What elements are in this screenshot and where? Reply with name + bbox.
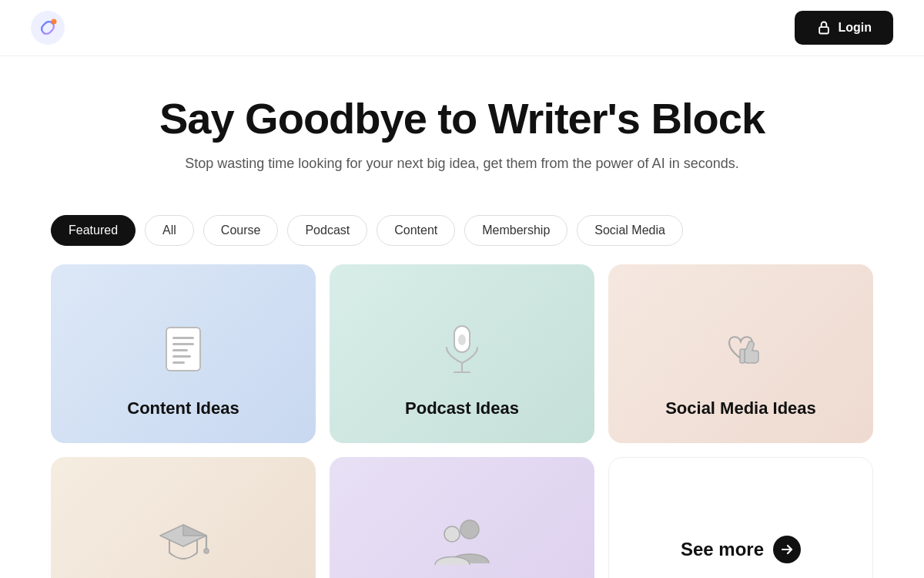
logo-icon xyxy=(31,11,65,45)
tab-membership[interactable]: Membership xyxy=(464,215,567,246)
svg-rect-13 xyxy=(740,349,745,363)
see-more-label: See more xyxy=(681,539,764,560)
tab-social-media[interactable]: Social Media xyxy=(577,215,683,246)
svg-point-12 xyxy=(458,334,466,345)
svg-rect-2 xyxy=(820,27,829,33)
content-ideas-icon xyxy=(152,318,214,380)
card-membership-site-ideas[interactable]: Membership Site Ideas xyxy=(330,457,594,578)
hero-section: Say Goodbye to Writer's Block Stop wasti… xyxy=(0,56,924,197)
svg-rect-5 xyxy=(172,343,194,345)
hero-subtitle: Stop wasting time looking for your next … xyxy=(31,156,893,172)
cards-grid: Content Ideas Podcast Ideas Social xyxy=(0,264,924,578)
tab-all[interactable]: All xyxy=(145,215,194,246)
card-podcast-ideas[interactable]: Podcast Ideas xyxy=(330,264,594,443)
header: Login xyxy=(0,0,924,56)
svg-point-17 xyxy=(204,549,209,553)
svg-point-0 xyxy=(31,11,65,45)
svg-rect-8 xyxy=(172,361,185,364)
social-media-ideas-label: Social Media Ideas xyxy=(665,398,816,418)
svg-rect-7 xyxy=(172,355,191,358)
tab-featured[interactable]: Featured xyxy=(51,215,136,246)
lock-icon xyxy=(816,20,832,35)
podcast-ideas-label: Podcast Ideas xyxy=(405,398,519,418)
login-button[interactable]: Login xyxy=(795,11,893,45)
see-more-arrow xyxy=(773,536,801,563)
login-label: Login xyxy=(838,21,872,35)
card-digital-course-ideas[interactable]: Digital Course Ideas xyxy=(51,457,316,578)
card-see-more[interactable]: See more xyxy=(608,457,873,578)
card-content-ideas[interactable]: Content Ideas xyxy=(51,264,316,443)
svg-point-18 xyxy=(460,520,479,539)
arrow-right-icon xyxy=(780,543,794,556)
logo[interactable] xyxy=(31,11,65,45)
svg-rect-4 xyxy=(172,337,194,339)
digital-course-ideas-icon xyxy=(152,511,214,573)
content-ideas-label: Content Ideas xyxy=(127,398,239,418)
social-media-ideas-icon xyxy=(706,318,775,380)
see-more-content: See more xyxy=(681,536,801,563)
svg-marker-15 xyxy=(183,525,206,536)
tab-podcast[interactable]: Podcast xyxy=(287,215,367,246)
svg-point-1 xyxy=(52,19,57,25)
svg-rect-6 xyxy=(172,349,188,351)
card-social-media-ideas[interactable]: Social Media Ideas xyxy=(608,264,873,443)
tab-content[interactable]: Content xyxy=(377,215,455,246)
podcast-ideas-icon xyxy=(431,318,493,380)
tab-course[interactable]: Course xyxy=(203,215,279,246)
membership-site-ideas-icon xyxy=(427,511,497,573)
filter-tabs: Featured All Course Podcast Content Memb… xyxy=(0,197,924,264)
svg-point-19 xyxy=(444,526,460,542)
hero-title: Say Goodbye to Writer's Block xyxy=(31,93,893,143)
